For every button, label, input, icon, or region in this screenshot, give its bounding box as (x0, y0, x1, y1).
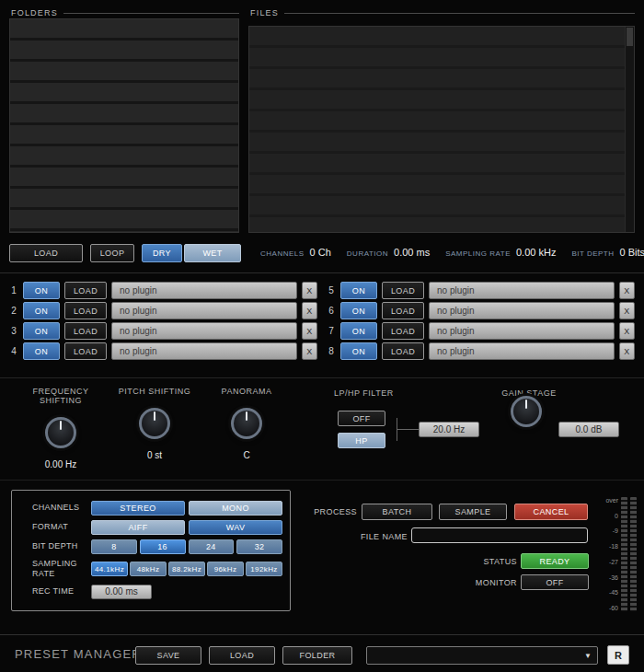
plugin-name-field: no plugin (111, 322, 297, 340)
plugin-slot-row-3: 3 ON LOAD no plugin X (9, 322, 317, 340)
info-channels-value: 0 Ch (310, 247, 331, 258)
slot-on-button[interactable]: ON (340, 302, 377, 319)
slot-number: 4 (9, 346, 18, 356)
record-sampling-rate-row: SAMPLING RATE 44.1kHz 48kHz 88.2kHz 96kH… (19, 559, 282, 580)
monitor-off-button[interactable]: OFF (521, 574, 589, 590)
meter-label-27: -27 (609, 559, 618, 565)
record-time-field[interactable]: 0.00 ms (91, 585, 152, 599)
folders-header-line (63, 13, 239, 14)
wet-button[interactable]: WET (184, 244, 241, 262)
process-area: PROCESS BATCH SAMPLE CANCEL FILE NAME ST… (304, 490, 598, 611)
process-cancel-button[interactable]: CANCEL (514, 504, 588, 520)
rate-44-button[interactable]: 44.1kHz (91, 562, 128, 576)
load-folder-button[interactable]: LOAD (9, 244, 83, 262)
frequency-shifting-knob[interactable] (45, 417, 76, 448)
files-list[interactable] (248, 26, 635, 233)
record-channels-row: CHANNELS STEREO MONO (19, 501, 282, 516)
bit-depth-32-button[interactable]: 32 (236, 539, 282, 554)
files-scrollbar-thumb[interactable] (627, 28, 633, 46)
slot-on-button[interactable]: ON (340, 322, 377, 340)
bit-depth-24-button[interactable]: 24 (189, 539, 235, 554)
monitor-label: MONITOR (414, 578, 517, 587)
bit-depth-8-button[interactable]: 8 (91, 539, 137, 554)
slot-on-button[interactable]: ON (23, 342, 60, 360)
panorama-value: C (202, 450, 291, 460)
preset-load-button[interactable]: LOAD (209, 646, 275, 665)
slot-load-button[interactable]: LOAD (382, 282, 424, 299)
level-meter-bar-right (630, 497, 637, 611)
process-batch-button[interactable]: BATCH (362, 504, 432, 520)
plugin-slots-left: 1 ON LOAD no plugin X 2 ON LOAD no plugi… (9, 282, 317, 360)
info-bit-depth: BIT DEPTH 0 Bits (571, 247, 644, 258)
slot-remove-button[interactable]: X (619, 282, 635, 299)
gain-stage-field[interactable]: 0.0 dB (558, 422, 619, 437)
plugin-name-field: no plugin (429, 342, 615, 360)
slot-on-button[interactable]: ON (23, 322, 60, 340)
level-meter-scale: over 0 -9 -18 -27 -36 -45 -60 (600, 497, 618, 611)
plugin-slot-row-7: 7 ON LOAD no plugin X (327, 322, 635, 340)
channels-mono-button[interactable]: MONO (189, 501, 282, 516)
files-label: FILES (250, 8, 279, 17)
slot-load-button[interactable]: LOAD (64, 302, 107, 319)
slot-on-button[interactable]: ON (340, 282, 377, 299)
plugin-name-field: no plugin (429, 282, 615, 299)
preset-select-dropdown[interactable]: ▼ (366, 646, 598, 665)
gain-stage-knob[interactable] (511, 396, 542, 427)
rate-48-button[interactable]: 48kHz (130, 562, 167, 576)
filter-hp-button[interactable]: HP (338, 433, 385, 448)
frequency-shifting-label: FREQUENCY SHIFTING (13, 387, 109, 405)
file-name-label: FILE NAME (304, 532, 408, 541)
loop-button[interactable]: LOOP (90, 244, 134, 262)
file-name-input[interactable] (411, 527, 588, 543)
slot-remove-button[interactable]: X (619, 342, 635, 360)
slot-number: 6 (327, 306, 336, 316)
meter-label-60: -60 (609, 605, 618, 611)
slot-on-button[interactable]: ON (23, 302, 60, 319)
slot-load-button[interactable]: LOAD (382, 302, 424, 319)
preset-reset-button[interactable]: R (607, 645, 629, 665)
format-wav-button[interactable]: WAV (189, 520, 282, 535)
panorama-label: PANORAMA (202, 387, 291, 396)
slot-remove-button[interactable]: X (619, 302, 635, 319)
record-sampling-rate-label: SAMPLING RATE (19, 559, 91, 580)
slot-remove-button[interactable]: X (302, 322, 317, 340)
record-time-row: REC TIME 0.00 ms (19, 585, 282, 599)
dry-button[interactable]: DRY (142, 244, 182, 262)
record-time-label: REC TIME (19, 586, 91, 597)
slot-load-button[interactable]: LOAD (382, 322, 424, 340)
slot-on-button[interactable]: ON (340, 342, 377, 360)
channels-stereo-button[interactable]: STEREO (91, 501, 185, 516)
files-scrollbar[interactable] (625, 27, 634, 232)
slot-remove-button[interactable]: X (302, 282, 317, 299)
panorama-knob[interactable] (231, 408, 262, 439)
rate-88-button[interactable]: 88.2kHz (168, 562, 205, 576)
slot-remove-button[interactable]: X (302, 342, 317, 360)
meter-label-0: 0 (615, 513, 618, 519)
slot-on-button[interactable]: ON (23, 282, 60, 299)
plugin-slot-row-5: 5 ON LOAD no plugin X (327, 282, 635, 299)
filter-frequency-field[interactable]: 20.0 Hz (419, 422, 479, 437)
folders-list[interactable] (9, 18, 239, 233)
record-settings-panel: CHANNELS STEREO MONO FORMAT AIFF WAV BIT… (11, 490, 291, 611)
preset-folder-button[interactable]: FOLDER (282, 646, 352, 665)
pitch-shifting-knob[interactable] (139, 408, 170, 439)
format-aiff-button[interactable]: AIFF (91, 520, 185, 535)
plugin-slot-row-4: 4 ON LOAD no plugin X (9, 342, 317, 360)
preset-save-button[interactable]: SAVE (135, 646, 201, 665)
process-sample-button[interactable]: SAMPLE (439, 504, 507, 520)
slot-load-button[interactable]: LOAD (64, 282, 107, 299)
slot-remove-button[interactable]: X (619, 322, 635, 340)
record-format-label: FORMAT (19, 522, 91, 532)
rate-96-button[interactable]: 96kHz (207, 562, 244, 576)
slot-remove-button[interactable]: X (302, 302, 317, 319)
preset-manager-title: PRESET MANAGER (15, 647, 142, 661)
slot-load-button[interactable]: LOAD (64, 342, 107, 360)
rate-192-button[interactable]: 192kHz (246, 562, 282, 576)
filter-off-button[interactable]: OFF (338, 411, 385, 426)
slot-number: 1 (9, 285, 18, 295)
bit-depth-16-button[interactable]: 16 (140, 539, 186, 554)
info-bit-depth-value: 0 Bits (620, 247, 644, 258)
slot-load-button[interactable]: LOAD (382, 342, 424, 360)
chevron-down-icon: ▼ (584, 653, 592, 660)
slot-load-button[interactable]: LOAD (64, 322, 107, 340)
